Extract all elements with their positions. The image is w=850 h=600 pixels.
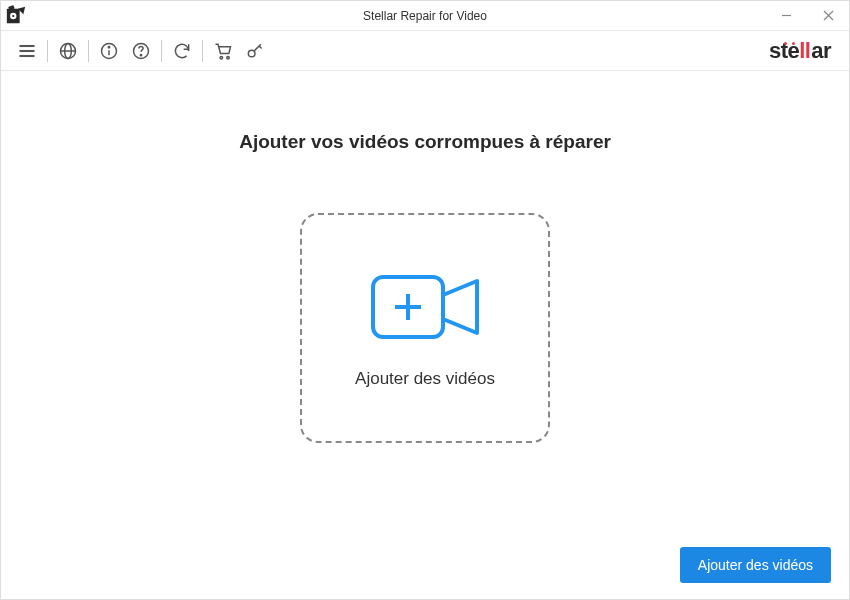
brand-text-3: ar xyxy=(811,38,831,63)
close-button[interactable] xyxy=(807,1,849,30)
minimize-button[interactable] xyxy=(765,1,807,30)
page-heading: Ajouter vos vidéos corrompues à réparer xyxy=(239,131,611,153)
divider xyxy=(88,40,89,62)
globe-icon[interactable] xyxy=(52,31,84,71)
brand-text-2: ll xyxy=(799,38,810,63)
app-icon xyxy=(1,1,31,31)
key-icon[interactable] xyxy=(239,31,271,71)
add-videos-button[interactable]: Ajouter des vidéos xyxy=(680,547,831,583)
dropzone-label: Ajouter des vidéos xyxy=(355,369,495,389)
window-title: Stellar Repair for Video xyxy=(363,9,487,23)
svg-point-17 xyxy=(140,54,141,55)
svg-point-18 xyxy=(220,56,223,58)
cart-icon[interactable] xyxy=(207,31,239,71)
svg-point-20 xyxy=(248,50,255,57)
divider xyxy=(161,40,162,62)
window-controls xyxy=(765,1,849,30)
brand-logo: stellar xyxy=(769,38,839,64)
divider xyxy=(47,40,48,62)
help-icon[interactable] xyxy=(125,31,157,71)
main-content: Ajouter vos vidéos corrompues à réparer … xyxy=(1,71,849,600)
refresh-icon[interactable] xyxy=(166,31,198,71)
svg-point-19 xyxy=(227,56,230,58)
add-video-dropzone[interactable]: Ajouter des vidéos xyxy=(300,213,550,443)
menu-icon[interactable] xyxy=(11,31,43,71)
svg-point-2 xyxy=(12,14,14,16)
divider xyxy=(202,40,203,62)
video-camera-plus-icon xyxy=(365,267,485,351)
info-icon[interactable] xyxy=(93,31,125,71)
titlebar: Stellar Repair for Video xyxy=(1,1,849,31)
toolbar: stellar xyxy=(1,31,849,71)
svg-point-15 xyxy=(108,46,109,47)
